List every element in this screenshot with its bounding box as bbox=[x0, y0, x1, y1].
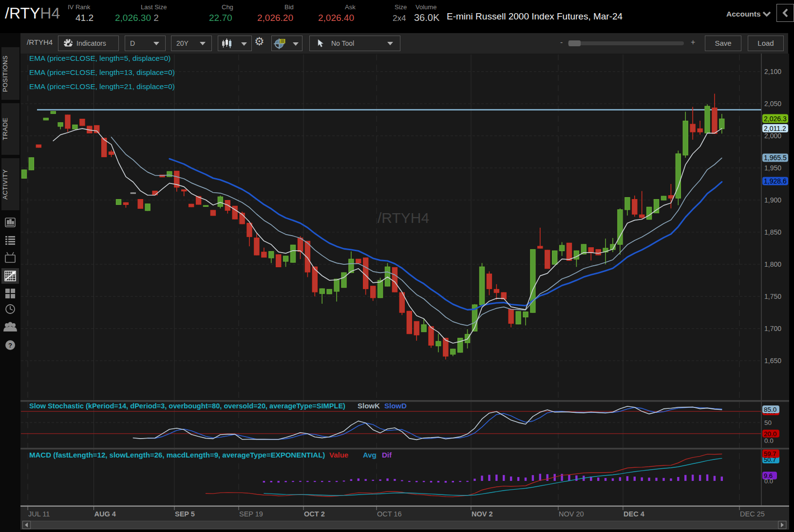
svg-text:?: ? bbox=[8, 342, 12, 349]
svg-text:2,050: 2,050 bbox=[764, 100, 781, 108]
svg-text:2,100: 2,100 bbox=[764, 68, 781, 75]
svg-text:EMA (price=CLOSE, length=5, di: EMA (price=CLOSE, length=5, displace=0) bbox=[29, 54, 170, 62]
svg-text:1,950: 1,950 bbox=[764, 164, 781, 172]
svg-text:20.0: 20.0 bbox=[764, 430, 776, 438]
svg-text:1,700: 1,700 bbox=[764, 325, 781, 332]
svg-text:EMA (price=CLOSE, length=13, d: EMA (price=CLOSE, length=13, displace=0) bbox=[29, 68, 175, 76]
svg-text:EMA (price=CLOSE, length=21, d: EMA (price=CLOSE, length=21, displace=0) bbox=[29, 82, 175, 91]
svg-text:AUG 4: AUG 4 bbox=[95, 510, 116, 518]
svg-text:OCT 16: OCT 16 bbox=[377, 510, 402, 518]
svg-text:1,965.5: 1,965.5 bbox=[764, 154, 787, 162]
svg-text:Slow Stochastic (kPeriod=14, d: Slow Stochastic (kPeriod=14, dPeriod=3, … bbox=[29, 402, 345, 410]
svg-text:MACD (fastLength=12, slowLengt: MACD (fastLength=12, slowLength=26, macd… bbox=[29, 451, 325, 459]
svg-text:50: 50 bbox=[764, 419, 772, 426]
svg-text:JUL 11: JUL 11 bbox=[28, 510, 50, 518]
svg-text:1,928.6: 1,928.6 bbox=[764, 177, 787, 185]
svg-text:2,000: 2,000 bbox=[764, 132, 781, 140]
svg-text:DEC 4: DEC 4 bbox=[624, 510, 644, 518]
svg-text:DEC 25: DEC 25 bbox=[740, 510, 765, 518]
svg-text:85.0: 85.0 bbox=[764, 406, 776, 413]
svg-text:Value: Value bbox=[329, 451, 348, 459]
svg-text:Avg: Avg bbox=[363, 451, 377, 459]
svg-text:OCT 2: OCT 2 bbox=[304, 510, 325, 518]
svg-text:2,026.3: 2,026.3 bbox=[764, 115, 787, 123]
svg-text:NOV 2: NOV 2 bbox=[472, 510, 493, 518]
svg-text:1,650: 1,650 bbox=[764, 357, 781, 365]
svg-text:SEP 19: SEP 19 bbox=[239, 510, 263, 518]
svg-text:NOV 20: NOV 20 bbox=[559, 510, 584, 518]
svg-text:1,900: 1,900 bbox=[764, 196, 781, 204]
svg-text:1,800: 1,800 bbox=[764, 260, 781, 268]
svg-text:0.0: 0.0 bbox=[764, 437, 774, 444]
svg-text:2,011.2: 2,011.2 bbox=[764, 125, 786, 132]
svg-text:Dif: Dif bbox=[382, 451, 392, 459]
svg-text:0.0: 0.0 bbox=[764, 477, 773, 485]
svg-text:1,750: 1,750 bbox=[764, 293, 781, 300]
svg-text:1,850: 1,850 bbox=[764, 228, 781, 236]
svg-text:/RTYH4: /RTYH4 bbox=[378, 210, 429, 226]
svg-text:59.7: 59.7 bbox=[764, 450, 776, 458]
svg-text:SEP 5: SEP 5 bbox=[175, 510, 195, 518]
svg-text:SlowD: SlowD bbox=[384, 402, 407, 410]
svg-text:SlowK: SlowK bbox=[358, 402, 380, 410]
